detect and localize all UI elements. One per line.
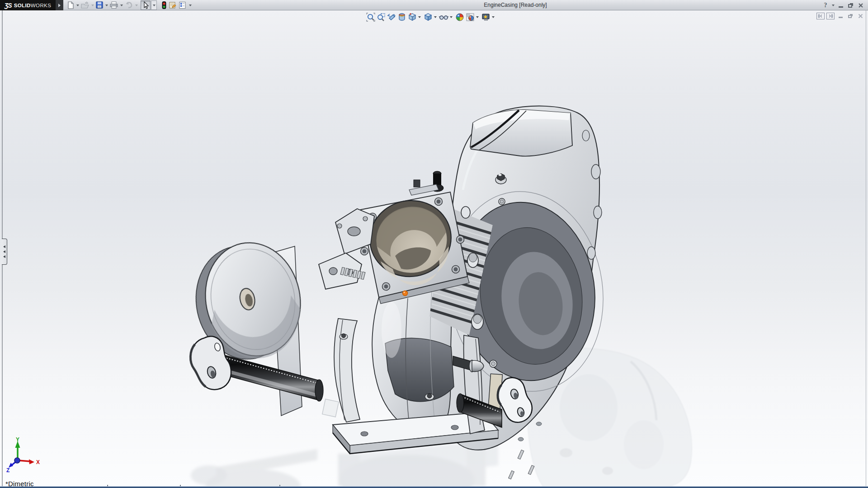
- triad-y-label: Y: [16, 437, 19, 443]
- pane-collapse-left-button[interactable]: [816, 13, 825, 19]
- triad-z-label: Z: [6, 467, 9, 472]
- undo-dropdown[interactable]: [134, 0, 139, 10]
- display-style-dropdown[interactable]: [433, 12, 438, 22]
- origin-marker[interactable]: [403, 291, 408, 296]
- view-settings-dropdown[interactable]: [491, 12, 495, 22]
- print-button[interactable]: [109, 0, 119, 10]
- rebuild-traffic-light-button[interactable]: [160, 0, 168, 10]
- restore-button[interactable]: [846, 1, 855, 9]
- save-button[interactable]: [95, 0, 104, 10]
- print-icon: [109, 1, 118, 9]
- carburetor-flange[interactable]: [361, 192, 470, 304]
- open-icon: [80, 1, 90, 9]
- view-settings-button[interactable]: [481, 12, 491, 22]
- view-orientation-dropdown[interactable]: [417, 12, 422, 22]
- hide-show-items-dropdown[interactable]: [449, 12, 453, 22]
- collapse-arrow-icon: [3, 255, 5, 258]
- apply-scene-icon: [466, 13, 475, 22]
- document-minimize-button[interactable]: [836, 13, 844, 19]
- collapse-arrow-icon: [3, 245, 5, 248]
- pane-left-icon: [818, 14, 823, 18]
- view-orientation-icon: [408, 13, 417, 22]
- file-properties-button[interactable]: [168, 0, 178, 10]
- new-document-dropdown[interactable]: [75, 0, 80, 10]
- main-toolbar: [66, 0, 193, 10]
- heads-up-view-toolbar: [365, 12, 496, 22]
- window-controls: ?: [821, 0, 865, 10]
- window-title: EngineCasing [Read-only]: [212, 0, 818, 10]
- featuremanager-collapsed-tab[interactable]: [2, 239, 7, 265]
- flyout-arrow-icon: [58, 4, 61, 7]
- zoom-to-fit-button[interactable]: [366, 12, 375, 22]
- undo-icon: [124, 1, 133, 9]
- zoom-to-fit-icon: [366, 13, 375, 22]
- graphics-viewport[interactable]: Y X Z *Dimetric: [0, 10, 868, 486]
- brand-light: WORKS: [31, 3, 51, 8]
- select-tool-dropdown[interactable]: [151, 0, 157, 10]
- pane-collapse-right-button[interactable]: [826, 13, 835, 19]
- view-orientation-button[interactable]: [407, 12, 417, 22]
- document-window-controls: [816, 13, 864, 19]
- apply-scene-button[interactable]: [465, 12, 475, 22]
- traffic-light-icon: [161, 1, 167, 10]
- display-style-icon: [424, 13, 433, 22]
- document-close-button[interactable]: [856, 13, 864, 19]
- select-tool-button[interactable]: [141, 0, 151, 10]
- brand-bold: SOLID: [14, 3, 31, 8]
- reference-triad: Y X Z: [4, 437, 45, 472]
- zoom-to-area-button[interactable]: [376, 12, 386, 22]
- section-view-button[interactable]: [397, 12, 406, 22]
- solidworks-logo: ƷSSOLIDWORKS: [0, 0, 56, 10]
- previous-view-button[interactable]: [387, 12, 396, 22]
- hex-bolt: [425, 394, 434, 400]
- section-view-icon: [397, 13, 406, 22]
- display-style-button[interactable]: [423, 12, 433, 22]
- brand-mark: ƷS: [5, 2, 12, 9]
- collapse-arrow-icon: [3, 250, 5, 253]
- help-button[interactable]: ?: [821, 1, 830, 9]
- help-dropdown[interactable]: [831, 1, 835, 9]
- print-dropdown[interactable]: [119, 0, 124, 10]
- status-divider: [180, 485, 181, 486]
- select-cursor-icon: [142, 1, 150, 9]
- new-document-button[interactable]: [66, 0, 75, 10]
- triad-x-label: X: [36, 459, 40, 465]
- file-properties-icon: [168, 1, 177, 9]
- open-button[interactable]: [80, 0, 90, 10]
- save-dropdown[interactable]: [104, 0, 109, 10]
- title-bar: ƷSSOLIDWORKS: [0, 0, 868, 10]
- view-orientation-label: *Dimetric: [5, 480, 34, 486]
- pane-right-icon: [828, 14, 833, 18]
- menu-flyout-tab[interactable]: [56, 0, 63, 10]
- threaded-stud: [509, 450, 534, 479]
- open-dropdown[interactable]: [90, 0, 95, 10]
- appearance-ball-icon: [455, 13, 464, 22]
- status-divider: [279, 485, 280, 486]
- hide-show-items-button[interactable]: [439, 12, 448, 22]
- previous-view-icon: [387, 13, 396, 22]
- status-divider: [107, 485, 108, 486]
- view-settings-icon: [481, 13, 491, 22]
- engine-casing-3d-model[interactable]: [0, 10, 868, 486]
- options-dropdown[interactable]: [188, 0, 193, 10]
- save-icon: [95, 1, 104, 9]
- document-close-icon: [858, 14, 863, 19]
- options-icon: [178, 1, 187, 9]
- close-button[interactable]: [856, 1, 865, 9]
- status-bar-edge: [0, 486, 868, 488]
- hex-bolt: [340, 334, 348, 340]
- undo-button[interactable]: [124, 0, 134, 10]
- zoom-to-area-icon: [377, 13, 386, 22]
- new-document-icon: [66, 1, 75, 9]
- minimize-button[interactable]: [836, 1, 845, 9]
- apply-scene-dropdown[interactable]: [475, 12, 480, 22]
- document-restore-button[interactable]: [846, 13, 854, 19]
- edit-appearance-button[interactable]: [455, 12, 464, 22]
- options-button[interactable]: [178, 0, 188, 10]
- glasses-icon: [439, 13, 448, 22]
- close-icon: [858, 3, 863, 8]
